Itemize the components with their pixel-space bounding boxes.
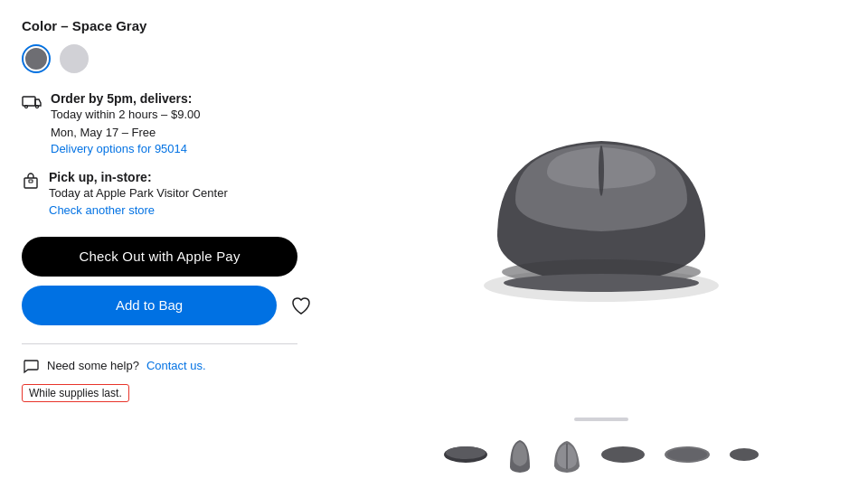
svg-point-2 — [36, 106, 39, 108]
thumbnail-2[interactable] — [505, 436, 534, 474]
product-image — [429, 109, 773, 308]
thumbnail-6[interactable] — [728, 446, 760, 463]
add-to-bag-button[interactable]: Add to Bag — [22, 286, 277, 325]
svg-point-10 — [446, 446, 486, 459]
thumbnail-1[interactable] — [442, 445, 489, 465]
divider — [22, 343, 297, 344]
scroll-indicator — [574, 418, 628, 421]
chat-icon — [22, 357, 40, 375]
svg-point-8 — [504, 274, 699, 292]
color-swatches — [22, 44, 313, 73]
pickup-section: Pick up, in-store: Today at Apple Park V… — [22, 170, 313, 217]
thumbnail-5[interactable] — [663, 445, 712, 465]
delivery-label: Order by 5pm, delivers: — [51, 91, 192, 106]
thumbnail-3[interactable] — [551, 436, 583, 474]
help-text: Need some help? — [47, 359, 139, 372]
help-section: Need some help? Contact us. — [22, 357, 313, 375]
wishlist-button[interactable] — [289, 295, 313, 316]
swatch-space-gray[interactable] — [22, 44, 51, 73]
color-label: Color – Space Gray — [22, 18, 313, 33]
right-panel — [335, 0, 868, 488]
svg-point-6 — [599, 145, 604, 196]
thumbnail-4[interactable] — [599, 445, 646, 465]
delivery-section: Order by 5pm, delivers: Today within 2 h… — [22, 91, 313, 155]
pickup-detail: Today at Apple Park Visitor Center — [49, 186, 228, 200]
svg-rect-4 — [29, 180, 33, 183]
svg-rect-0 — [23, 97, 35, 106]
bag-row: Add to Bag — [22, 286, 313, 325]
svg-point-12 — [601, 446, 645, 463]
delivery-line1: Today within 2 hours – $9.00 — [51, 108, 201, 121]
pickup-text: Pick up, in-store: Today at Apple Park V… — [49, 170, 228, 217]
thumbnails — [424, 428, 778, 488]
delivery-text: Order by 5pm, delivers: Today within 2 h… — [51, 91, 201, 155]
supplies-badge-container: While supplies last. — [22, 384, 313, 402]
pickup-icon — [22, 172, 40, 217]
swatch-silver[interactable] — [60, 44, 89, 73]
delivery-options-link[interactable]: Delivery options for 95014 — [51, 142, 187, 155]
contact-us-link[interactable]: Contact us. — [146, 359, 206, 372]
delivery-line2: Mon, May 17 – Free — [51, 126, 156, 139]
check-another-store-link[interactable]: Check another store — [49, 203, 155, 217]
svg-point-14 — [667, 448, 707, 461]
delivery-icon — [22, 93, 42, 155]
supplies-badge: While supplies last. — [22, 384, 129, 402]
heart-icon — [289, 295, 313, 316]
apple-pay-button[interactable]: Check Out with Apple Pay — [22, 237, 297, 277]
pickup-label: Pick up, in-store: — [49, 170, 152, 184]
svg-point-15 — [730, 448, 759, 461]
product-image-area — [335, 9, 868, 418]
left-panel: Color – Space Gray Order by 5pm, deliver… — [0, 0, 335, 488]
svg-point-1 — [25, 106, 28, 108]
